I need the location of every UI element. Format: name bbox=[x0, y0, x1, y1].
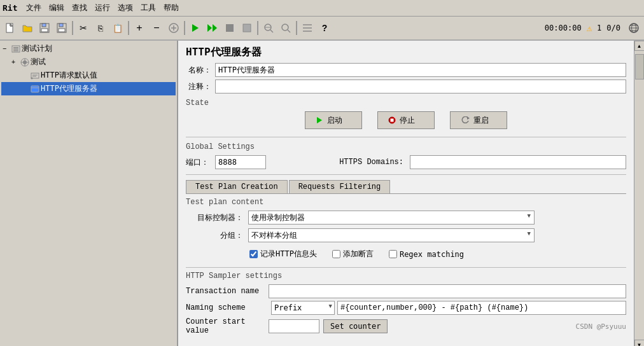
toolbar-duplicate-btn[interactable] bbox=[165, 20, 182, 36]
counter-input[interactable] bbox=[269, 319, 319, 333]
svg-line-22 bbox=[288, 30, 290, 32]
toolbar-search-clear-btn[interactable] bbox=[260, 20, 277, 36]
toolbar-stop-btn[interactable] bbox=[221, 20, 238, 36]
scroll-up-btn[interactable]: ▲ bbox=[634, 41, 645, 51]
tab-requests-filtering[interactable]: Requests Filtering bbox=[289, 180, 391, 193]
svg-rect-8 bbox=[59, 24, 63, 27]
state-section-label: State bbox=[186, 99, 626, 107]
target-select[interactable]: 使用录制控制器 根节点 bbox=[248, 211, 535, 225]
toolbar-add-btn[interactable]: + bbox=[131, 20, 148, 36]
toolbar-globe-btn[interactable] bbox=[626, 20, 642, 36]
menu-file[interactable]: 文件 bbox=[22, 1, 45, 15]
grouping-select[interactable]: 不对样本分组 在组间加入分隔符 bbox=[248, 228, 535, 242]
name-label: 名称： bbox=[186, 65, 211, 76]
grouping-label: 分组： bbox=[186, 230, 243, 241]
content-panel: HTTP代理服务器 名称： 注释： State 启动 停止 bbox=[178, 41, 634, 346]
global-section-label: Global Settings bbox=[186, 142, 626, 151]
comment-label: 注释： bbox=[186, 81, 211, 92]
toolbar-start-nopause-btn[interactable] bbox=[204, 20, 221, 36]
content-title: HTTP代理服务器 bbox=[186, 46, 626, 59]
svg-rect-34 bbox=[13, 50, 18, 52]
tree-item-test[interactable]: + 测试 bbox=[1, 55, 176, 69]
svg-marker-50 bbox=[467, 116, 470, 120]
svg-rect-6 bbox=[41, 29, 48, 32]
svg-rect-45 bbox=[31, 86, 39, 92]
sampler-section-label: HTTP Sampler settings bbox=[186, 272, 626, 280]
scrollbar[interactable]: ▲ ▼ bbox=[634, 41, 644, 346]
svg-marker-14 bbox=[207, 24, 212, 32]
svg-rect-5 bbox=[42, 24, 46, 27]
target-label: 目标控制器： bbox=[186, 212, 243, 223]
menu-help[interactable]: 帮助 bbox=[160, 1, 183, 15]
toolbar-start-btn[interactable] bbox=[187, 20, 204, 36]
tree-expand-test[interactable]: + bbox=[11, 59, 19, 66]
naming-select[interactable]: Prefix Suffix bbox=[271, 301, 335, 315]
toolbar-save-btn[interactable] bbox=[53, 20, 70, 36]
menu-tools[interactable]: 工具 bbox=[137, 1, 160, 15]
toolbar-saveall-btn[interactable] bbox=[36, 20, 53, 36]
toolbar-list-btn[interactable] bbox=[299, 20, 316, 36]
svg-rect-17 bbox=[243, 24, 251, 32]
svg-marker-15 bbox=[213, 24, 217, 32]
toolbar-shutdown-btn[interactable] bbox=[239, 20, 255, 36]
menu-bar: Rit 文件 编辑 查找 运行 选项 工具 帮助 bbox=[0, 0, 644, 17]
tree-label-plan: 测试计划 bbox=[22, 43, 52, 54]
toolbar-copy-btn[interactable]: ⎘ bbox=[92, 20, 109, 36]
menu-options[interactable]: 选项 bbox=[114, 1, 137, 15]
regex-checkbox[interactable] bbox=[389, 250, 397, 258]
svg-marker-13 bbox=[192, 24, 199, 32]
tree-item-plan[interactable]: − 测试计划 bbox=[1, 42, 176, 55]
naming-label: Naming scheme bbox=[186, 303, 269, 312]
checkbox-add-assertion[interactable]: 添加断言 bbox=[332, 249, 374, 260]
transaction-label: Transaction name bbox=[186, 287, 269, 296]
toolbar-help-btn[interactable]: ? bbox=[316, 20, 333, 36]
record-http-checkbox[interactable] bbox=[249, 250, 258, 258]
toolbar-search-btn[interactable] bbox=[277, 20, 294, 36]
toolbar-paste-btn[interactable]: 📋 bbox=[109, 20, 126, 36]
stop-button[interactable]: 停止 bbox=[377, 111, 435, 129]
checkbox-regex[interactable]: Regex matching bbox=[389, 250, 464, 259]
toolbar-new-btn[interactable] bbox=[2, 20, 18, 36]
tree-expand-plan[interactable]: − bbox=[3, 45, 10, 52]
comment-input[interactable] bbox=[215, 80, 626, 93]
tree-panel: − 测试计划 + 测试 HTTP请求默认值 HTTP代理服务器 bbox=[0, 41, 178, 346]
https-input[interactable] bbox=[410, 155, 626, 169]
menu-run[interactable]: 运行 bbox=[91, 1, 114, 15]
toolbar-open-btn[interactable] bbox=[19, 20, 36, 36]
set-counter-button[interactable]: Set counter bbox=[323, 319, 388, 333]
port-label: 端口： bbox=[186, 157, 209, 168]
restart-button[interactable]: 重启 bbox=[450, 111, 507, 129]
naming-pattern-input[interactable] bbox=[337, 301, 626, 315]
transaction-input[interactable] bbox=[269, 284, 626, 298]
svg-point-21 bbox=[282, 24, 288, 31]
tree-item-http-proxy[interactable]: HTTP代理服务器 bbox=[1, 82, 176, 95]
svg-line-19 bbox=[270, 30, 273, 32]
tree-item-http-defaults[interactable]: HTTP请求默认值 bbox=[1, 69, 176, 82]
port-input[interactable] bbox=[215, 155, 266, 169]
test-plan-content-label: Test plan content bbox=[186, 198, 626, 207]
menu-edit[interactable]: 编辑 bbox=[45, 1, 68, 15]
add-assertion-checkbox[interactable] bbox=[332, 250, 340, 258]
tab-test-plan[interactable]: Test Plan Creation bbox=[186, 180, 288, 193]
https-label: HTTPS Domains: bbox=[339, 158, 403, 167]
tree-label-proxy: HTTP代理服务器 bbox=[41, 83, 97, 94]
svg-rect-32 bbox=[13, 47, 18, 48]
main-layout: − 测试计划 + 测试 HTTP请求默认值 HTTP代理服务器 bbox=[0, 41, 644, 346]
tree-label-test: 测试 bbox=[31, 57, 46, 67]
svg-rect-49 bbox=[391, 119, 394, 122]
svg-point-36 bbox=[23, 60, 27, 64]
tree-label-defaults: HTTP请求默认值 bbox=[41, 70, 97, 81]
checkbox-record[interactable]: 记录HTTP信息头 bbox=[249, 249, 317, 260]
toolbar-cut-btn[interactable]: ✂ bbox=[75, 20, 92, 36]
start-button[interactable]: 启动 bbox=[305, 111, 362, 129]
scroll-down-btn[interactable]: ▼ bbox=[634, 340, 645, 346]
warning-count: 1 bbox=[597, 24, 601, 32]
name-input[interactable] bbox=[215, 63, 626, 77]
svg-rect-9 bbox=[59, 29, 65, 32]
menu-find[interactable]: 查找 bbox=[68, 1, 91, 15]
toolbar-remove-btn[interactable]: − bbox=[148, 20, 165, 36]
csdn-credit: CSDN @Psyuuu bbox=[576, 322, 626, 331]
svg-rect-16 bbox=[226, 24, 234, 32]
svg-marker-47 bbox=[317, 117, 322, 123]
counter-label: Counter start value bbox=[186, 317, 269, 335]
